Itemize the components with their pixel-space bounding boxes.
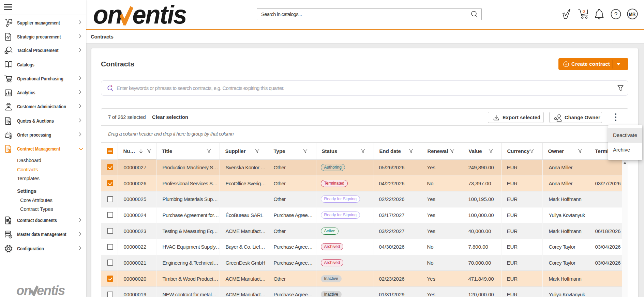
svg-text:entis: entis	[37, 284, 65, 297]
svg-text:entis: entis	[132, 3, 186, 29]
svg-text:MR: MR	[629, 12, 635, 17]
svg-text:0: 0	[583, 9, 585, 14]
svg-text:on: on	[93, 3, 122, 29]
svg-text:?: ?	[614, 11, 617, 18]
svg-text:on: on	[16, 284, 31, 297]
